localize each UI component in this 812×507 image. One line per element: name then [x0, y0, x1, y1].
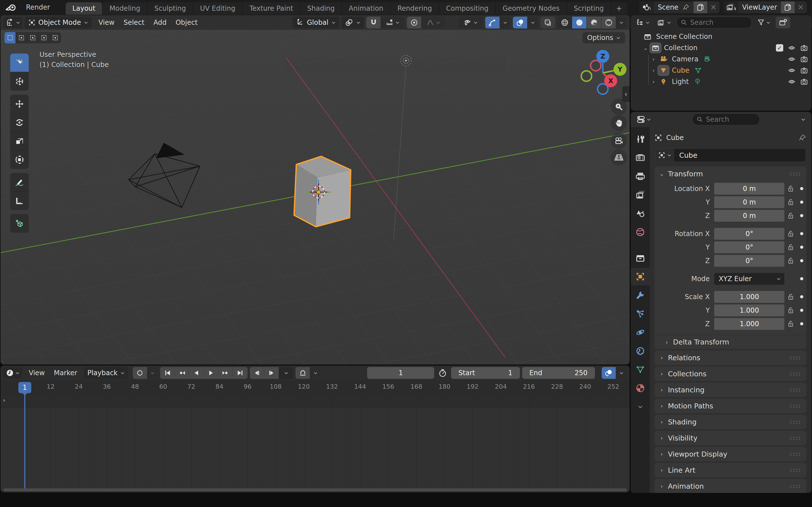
tab-uv-editing[interactable]: UV Editing [193, 2, 243, 15]
expander-icon[interactable]: ⌄ [642, 45, 650, 51]
animate-button[interactable] [797, 232, 806, 235]
editor-type-button[interactable] [3, 17, 22, 28]
pin-icon[interactable] [682, 4, 690, 11]
panel-shading[interactable]: ›Shading [654, 414, 806, 429]
add-workspace-button[interactable]: + [611, 2, 627, 15]
tool-annotate[interactable] [10, 173, 29, 191]
playhead[interactable]: 1 [18, 382, 31, 393]
gizmo-axis-y[interactable] [580, 70, 592, 82]
tool-move[interactable] [10, 95, 29, 113]
tool-cursor[interactable] [10, 72, 29, 91]
keying-dropdown[interactable] [147, 367, 158, 379]
viewport-menu-add[interactable]: Add [149, 17, 171, 28]
sync-dropdown[interactable] [616, 367, 627, 379]
panel-motion-paths[interactable]: ›Motion Paths [654, 399, 806, 413]
channel-expander[interactable]: › [3, 397, 5, 404]
end-frame-field[interactable]: End 250 [522, 367, 595, 379]
tab-modeling[interactable]: Modeling [103, 2, 147, 15]
panel-animation[interactable]: ›Animation [654, 479, 806, 493]
breadcrumb-object-name[interactable]: Cube [666, 134, 684, 142]
lock-button[interactable] [784, 199, 797, 206]
transport-jump-to-end[interactable] [233, 367, 248, 379]
animate-button[interactable] [797, 201, 806, 204]
select-mode-subtract[interactable] [27, 32, 38, 43]
lock-button[interactable] [784, 244, 797, 251]
panel-grip[interactable] [790, 452, 802, 456]
properties-tab-render[interactable] [631, 149, 650, 166]
value-field[interactable]: 0° [714, 255, 784, 267]
properties-tab-collection[interactable] [631, 249, 650, 267]
shading-material-button[interactable] [587, 17, 601, 29]
transform-orientation-dropdown[interactable]: Global [293, 17, 339, 29]
timeline-scrollbar[interactable] [3, 489, 627, 491]
shading-wireframe-button[interactable] [557, 17, 572, 29]
value-field[interactable]: 1.000 [714, 304, 784, 316]
outliner-item-label[interactable]: Cube [672, 66, 689, 74]
value-field[interactable]: 0 m [714, 183, 784, 194]
scene-browse-icon[interactable] [639, 1, 654, 13]
animate-button[interactable] [797, 187, 806, 190]
new-collection-button[interactable] [776, 17, 790, 29]
expander-icon[interactable]: › [649, 67, 658, 74]
properties-tab-material[interactable] [631, 379, 650, 397]
transport-play-reverse[interactable] [189, 367, 204, 379]
lock-button[interactable] [784, 307, 797, 314]
new-view-layer-button[interactable] [781, 1, 795, 13]
tool-transform[interactable] [10, 151, 29, 169]
select-mode-intersect[interactable] [50, 32, 61, 43]
tool-rotate[interactable] [10, 113, 29, 132]
tab-geometry-nodes[interactable]: Geometry Nodes [496, 2, 567, 15]
value-field[interactable]: 0 m [714, 210, 784, 222]
toggle-ortho-button[interactable] [611, 149, 627, 166]
disable-in-renders-icon[interactable] [800, 44, 808, 52]
pin-icon[interactable] [799, 134, 806, 142]
select-mode-invert[interactable] [38, 32, 50, 43]
value-field[interactable]: 1.000 [714, 291, 784, 303]
value-field[interactable]: 0 m [714, 196, 784, 208]
proportional-falloff-dropdown[interactable] [421, 17, 445, 29]
properties-tab-modifiers[interactable] [631, 286, 650, 304]
outliner-item-label[interactable]: Scene Collection [656, 33, 712, 41]
viewport-menu-select[interactable]: Select [119, 17, 149, 28]
hide-in-viewport-icon[interactable] [788, 78, 796, 86]
gizmo-axis-z[interactable]: Z [596, 50, 609, 63]
shading-rendered-button[interactable] [601, 17, 616, 29]
navigation-gizmo[interactable]: ZYX [574, 43, 629, 103]
properties-tab-object-data[interactable] [631, 361, 650, 378]
panel-viewport-display[interactable]: ›Viewport Display [654, 447, 806, 461]
remove-view-layer-button[interactable]: ✕ [795, 1, 807, 13]
current-frame-field[interactable]: 1 [367, 367, 434, 379]
tab-rendering[interactable]: Rendering [391, 2, 439, 15]
loop-dropdown[interactable] [310, 367, 321, 379]
outliner-row-camera[interactable]: ›Camera [631, 54, 811, 65]
value-field[interactable]: 0° [714, 241, 784, 253]
outliner-filter-button[interactable] [755, 17, 773, 28]
timeline-editor-type-button[interactable] [3, 367, 22, 379]
sync-toggle[interactable] [602, 367, 616, 379]
properties-options-dropdown[interactable] [799, 114, 808, 125]
tab-shading[interactable]: Shading [301, 2, 342, 15]
rotation-mode-dropdown[interactable]: XYZ Euler [714, 273, 784, 285]
outliner-row-cube[interactable]: ›Cube [631, 65, 811, 76]
animate-button[interactable] [797, 245, 806, 249]
panel-relations[interactable]: ›Relations [654, 350, 806, 365]
tab-animation[interactable]: Animation [342, 2, 391, 15]
shading-solid-button[interactable] [572, 17, 587, 29]
outliner-item-label[interactable]: Light [672, 78, 689, 86]
transport-previous-keyframe[interactable] [175, 367, 190, 379]
outliner-item-label[interactable]: Camera [672, 55, 698, 63]
camera-view-button[interactable] [611, 133, 627, 149]
timeline-ruler[interactable]: 1224364860728496108120132144156168180192… [1, 380, 629, 395]
view-layer-name[interactable]: ViewLayer [742, 3, 777, 11]
animate-button[interactable] [797, 277, 806, 280]
timeline-menu-marker[interactable]: Marker [49, 367, 82, 379]
panel-grip[interactable] [790, 388, 802, 392]
panel-grip[interactable] [790, 436, 802, 440]
panel-grip[interactable] [790, 172, 802, 175]
lock-button[interactable] [784, 320, 797, 328]
disable-in-renders-icon[interactable] [800, 78, 808, 86]
tab-texture-paint[interactable]: Texture Paint [243, 2, 301, 15]
scene-name[interactable]: Scene [658, 3, 678, 11]
overlays-toggle[interactable] [513, 17, 527, 29]
transform-panel-header[interactable]: ⌄ Transform [654, 166, 806, 181]
